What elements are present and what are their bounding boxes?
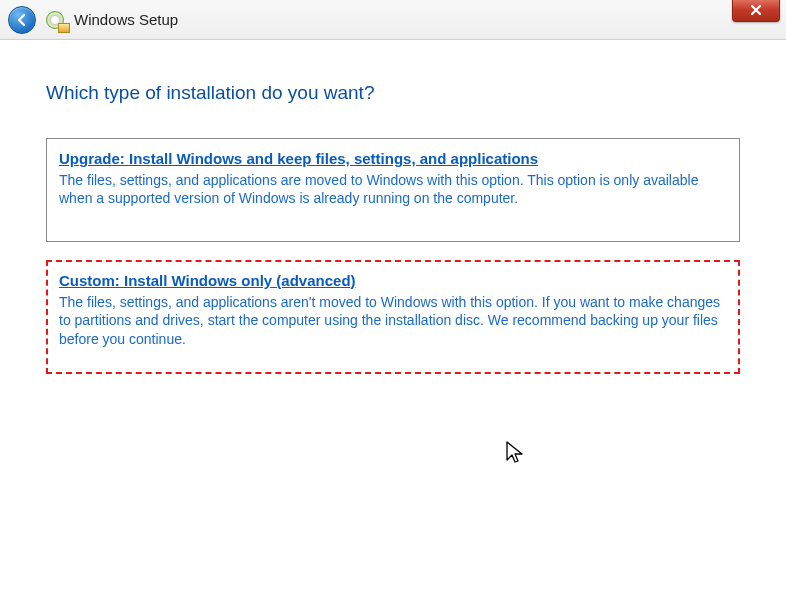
back-button[interactable]	[8, 6, 36, 34]
window-title: Windows Setup	[74, 11, 178, 28]
option-upgrade-description: The files, settings, and applications ar…	[59, 171, 727, 209]
titlebar: Windows Setup	[0, 0, 786, 40]
option-upgrade-title: Upgrade: Install Windows and keep files,…	[59, 149, 727, 169]
windows-setup-icon	[46, 9, 68, 31]
close-button[interactable]	[732, 0, 780, 22]
mouse-cursor-icon	[505, 440, 525, 466]
page-heading: Which type of installation do you want?	[46, 82, 740, 104]
back-arrow-icon	[14, 12, 30, 28]
option-custom-title: Custom: Install Windows only (advanced)	[59, 271, 727, 291]
option-upgrade[interactable]: Upgrade: Install Windows and keep files,…	[46, 138, 740, 242]
content-area: Which type of installation do you want? …	[0, 40, 786, 374]
close-icon	[749, 3, 763, 17]
option-custom-description: The files, settings, and applications ar…	[59, 293, 727, 350]
option-custom[interactable]: Custom: Install Windows only (advanced) …	[46, 260, 740, 374]
